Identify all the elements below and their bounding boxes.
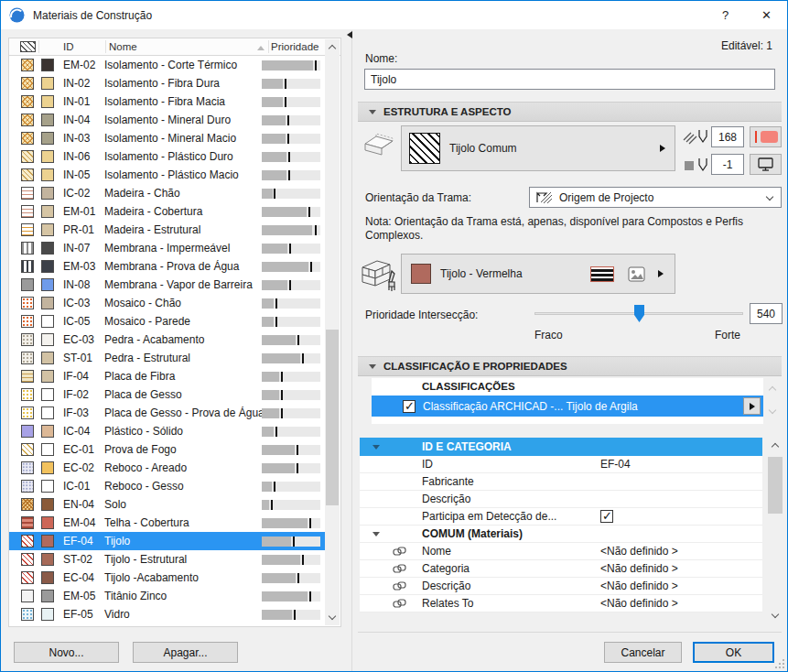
material-row[interactable]: IC-05Mosaico - Parede: [9, 312, 325, 331]
cancel-button[interactable]: Cancelar: [604, 642, 682, 663]
property-row[interactable]: Categoria<Não definido >: [360, 560, 762, 578]
new-button[interactable]: Novo...: [14, 642, 119, 663]
material-name: Membrana - Impermeável: [104, 242, 262, 255]
section-structure[interactable]: ESTRUTURA E ASPECTO: [358, 102, 782, 122]
color-swatch: [41, 388, 54, 401]
cut-fill-pen-color-button[interactable]: [750, 126, 782, 147]
cut-fill-selector[interactable]: Tijolo Comum: [401, 125, 675, 171]
column-header-id[interactable]: ID: [63, 41, 74, 52]
pattern-swatch: [21, 132, 34, 145]
material-row[interactable]: EM-01Madeira - Cobertura: [9, 202, 325, 221]
priority-slider[interactable]: [534, 305, 743, 323]
priority-marker: [309, 518, 311, 528]
ok-button[interactable]: OK: [693, 642, 774, 663]
material-row[interactable]: IN-07Membrana - Impermeável: [9, 239, 325, 257]
collapse-left-icon[interactable]: [347, 31, 352, 38]
material-row[interactable]: IF-04Placa de Fibra: [9, 367, 325, 385]
pattern-swatch: [21, 425, 34, 438]
pattern-swatch: [21, 114, 34, 126]
priority-bar: [262, 134, 320, 144]
classification-popup-button[interactable]: [743, 397, 761, 415]
material-row[interactable]: EC-01Prova de Fogo: [9, 440, 325, 459]
scroll-down-button[interactable]: [325, 610, 340, 625]
screen-only-button[interactable]: [750, 154, 782, 175]
property-row[interactable]: IDEF-04: [360, 456, 762, 473]
property-row[interactable]: Nome<Não definido >: [360, 543, 762, 560]
column-header-name[interactable]: Nome: [109, 41, 137, 52]
scroll-up-button[interactable]: [766, 438, 784, 453]
column-header-priority[interactable]: Prioridade: [271, 41, 318, 52]
material-row[interactable]: IF-03Placa de Gesso - Prova de Água: [9, 404, 325, 422]
close-button[interactable]: ✕: [746, 2, 787, 29]
property-row[interactable]: Relates To<Não definido >: [360, 595, 762, 612]
priority-fill: [262, 189, 273, 199]
name-input[interactable]: Tijolo: [364, 69, 775, 90]
material-row[interactable]: EC-03Pedra - Acabamento: [9, 331, 325, 349]
material-row[interactable]: IN-08Membrana - Vapor de Barreira: [9, 276, 325, 294]
slider-thumb[interactable]: [634, 305, 644, 322]
color-swatch: [41, 590, 54, 602]
resize-grip[interactable]: [775, 659, 784, 668]
property-row[interactable]: Descrição: [360, 491, 762, 508]
scroll-thumb[interactable]: [768, 457, 783, 514]
material-row[interactable]: EF-05Vidro: [9, 605, 325, 623]
scroll-up-button[interactable]: [325, 39, 340, 55]
list-scrollbar[interactable]: [325, 39, 340, 625]
material-row[interactable]: EC-04Tijolo -Acabamento: [9, 569, 325, 587]
material-id: IN-01: [63, 95, 104, 108]
delete-button[interactable]: Apagar...: [133, 642, 238, 663]
material-row[interactable]: EM-03Membrana - Prova de Água: [9, 257, 325, 276]
priority-marker: [275, 427, 277, 437]
priority-fill: [262, 134, 286, 144]
property-group-header[interactable]: ID E CATEGORIA: [360, 438, 762, 456]
material-row[interactable]: PR-01Madeira - Estrutural: [9, 221, 325, 239]
orientation-dropdown[interactable]: Origem de Projecto: [529, 187, 782, 208]
property-row[interactable]: Fabricante: [360, 473, 762, 491]
scroll-thumb[interactable]: [326, 330, 339, 505]
material-row[interactable]: EM-05Titânio Zinco: [9, 587, 325, 605]
classification-row[interactable]: Classificação ARCHICAD -... Tijolo de Ar…: [372, 396, 763, 417]
property-group-header[interactable]: COMUM (Materiais): [360, 526, 762, 543]
material-row[interactable]: IN-01Isolamento - Fibra Macia: [9, 92, 325, 111]
property-checkbox[interactable]: [600, 510, 613, 523]
priority-bar: [262, 97, 320, 107]
material-row[interactable]: IN-03Isolamento - Mineral Macio: [9, 129, 325, 147]
priority-input[interactable]: 540: [750, 303, 783, 324]
cut-fill-pen-input[interactable]: 168: [711, 126, 744, 147]
material-row[interactable]: IN-04Isolamento - Mineral Duro: [9, 111, 325, 129]
panel-splitter[interactable]: [351, 30, 352, 671]
section-classification[interactable]: CLASSIFICAÇÃO E PROPRIEDADES: [358, 356, 782, 376]
material-row[interactable]: EM-04Telha - Cobertura: [9, 514, 325, 532]
material-row[interactable]: IF-02Placa de Gesso: [9, 385, 325, 404]
material-row[interactable]: EM-02Isolamento - Corte Térmico: [9, 56, 325, 74]
material-row[interactable]: IN-05Isolamento - Plástico Macio: [9, 166, 325, 184]
properties-scrollbar[interactable]: [766, 438, 784, 623]
priority-marker: [287, 115, 289, 125]
scroll-down-icon[interactable]: [769, 406, 776, 414]
material-row[interactable]: IC-02Madeira - Chão: [9, 184, 325, 202]
background-pen-input[interactable]: -1: [711, 154, 744, 175]
material-row[interactable]: ST-02Tijolo - Estrutural: [9, 550, 325, 569]
name-value: Tijolo: [371, 73, 396, 86]
material-row[interactable]: EC-02Reboco - Areado: [9, 459, 325, 477]
material-row[interactable]: IC-04Plástico - Sólido: [9, 422, 325, 440]
material-name: Isolamento - Mineral Macio: [104, 132, 262, 145]
material-name: Isolamento - Plástico Macio: [104, 168, 262, 181]
property-row[interactable]: Descrição<Não definido >: [360, 578, 762, 595]
pattern-swatch: [21, 297, 34, 309]
material-row[interactable]: EF-04Tijolo: [9, 532, 325, 550]
help-button[interactable]: ?: [705, 2, 746, 29]
pattern-swatch: [21, 333, 34, 346]
surface-icon: [359, 255, 397, 293]
scroll-down-button[interactable]: [766, 608, 784, 623]
material-row[interactable]: EN-04Solo: [9, 495, 325, 514]
material-row[interactable]: IC-01Reboco - Gesso: [9, 477, 325, 495]
scroll-up-icon[interactable]: [769, 386, 776, 394]
material-row[interactable]: ST-01Pedra - Estrutural: [9, 349, 325, 367]
material-row[interactable]: IC-03Mosaico - Chão: [9, 294, 325, 312]
surface-selector[interactable]: Tijolo - Vermelha: [401, 254, 675, 294]
property-row[interactable]: Participa em Detecção de...: [360, 508, 762, 526]
material-row[interactable]: IN-02Isolamento - Fibra Dura: [9, 74, 325, 92]
classification-checkbox[interactable]: [403, 400, 416, 413]
material-row[interactable]: IN-06Isolamento - Plástico Duro: [9, 147, 325, 166]
